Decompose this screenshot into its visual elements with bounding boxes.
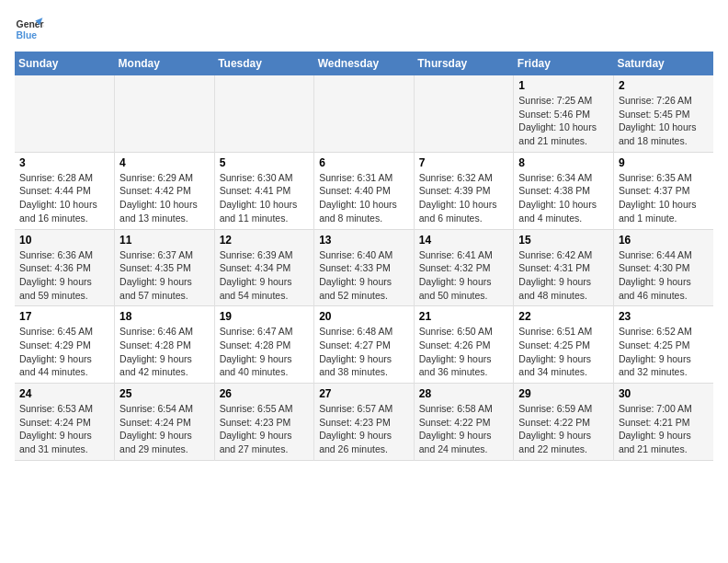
day-number: 7	[419, 156, 509, 169]
day-info: Sunrise: 6:55 AM Sunset: 4:23 PM Dayligh…	[220, 402, 310, 456]
day-number: 9	[619, 156, 709, 169]
day-number: 8	[518, 156, 609, 169]
day-info: Sunrise: 6:41 AM Sunset: 4:32 PM Dayligh…	[419, 248, 509, 303]
calendar-cell: 25Sunrise: 6:54 AM Sunset: 4:24 PM Dayli…	[115, 384, 215, 461]
day-info: Sunrise: 6:46 AM Sunset: 4:28 PM Dayligh…	[119, 325, 210, 379]
calendar-cell	[15, 75, 115, 152]
day-number: 16	[619, 234, 709, 247]
calendar-cell: 12Sunrise: 6:39 AM Sunset: 4:34 PM Dayli…	[214, 229, 314, 306]
day-info: Sunrise: 7:26 AM Sunset: 5:45 PM Dayligh…	[619, 94, 709, 148]
day-info: Sunrise: 6:40 AM Sunset: 4:33 PM Dayligh…	[319, 248, 409, 303]
calendar-cell: 23Sunrise: 6:52 AM Sunset: 4:25 PM Dayli…	[613, 306, 713, 384]
page-header: General Blue	[15, 15, 713, 44]
logo: General Blue	[15, 15, 44, 44]
day-info: Sunrise: 6:39 AM Sunset: 4:34 PM Dayligh…	[220, 248, 310, 303]
calendar-cell: 17Sunrise: 6:45 AM Sunset: 4:29 PM Dayli…	[15, 306, 115, 384]
day-info: Sunrise: 6:37 AM Sunset: 4:35 PM Dayligh…	[119, 248, 210, 303]
calendar-cell: 21Sunrise: 6:50 AM Sunset: 4:26 PM Dayli…	[414, 306, 514, 384]
calendar-cell	[414, 75, 514, 152]
day-number: 3	[19, 156, 109, 169]
day-number: 10	[19, 234, 109, 247]
day-number: 18	[119, 310, 210, 323]
day-info: Sunrise: 6:48 AM Sunset: 4:27 PM Dayligh…	[319, 325, 409, 379]
day-info: Sunrise: 6:30 AM Sunset: 4:41 PM Dayligh…	[220, 171, 310, 225]
day-info: Sunrise: 6:29 AM Sunset: 4:42 PM Dayligh…	[119, 171, 210, 225]
day-info: Sunrise: 6:31 AM Sunset: 4:40 PM Dayligh…	[319, 171, 409, 225]
calendar-cell: 4Sunrise: 6:29 AM Sunset: 4:42 PM Daylig…	[115, 152, 215, 229]
day-number: 15	[518, 234, 609, 247]
day-number: 26	[220, 387, 310, 400]
day-info: Sunrise: 6:50 AM Sunset: 4:26 PM Dayligh…	[419, 325, 509, 379]
day-info: Sunrise: 6:44 AM Sunset: 4:30 PM Dayligh…	[619, 248, 709, 303]
day-info: Sunrise: 7:25 AM Sunset: 5:46 PM Dayligh…	[518, 94, 609, 148]
day-number: 30	[619, 387, 709, 400]
calendar-cell: 8Sunrise: 6:34 AM Sunset: 4:38 PM Daylig…	[514, 152, 614, 229]
day-number: 19	[220, 310, 310, 323]
svg-text:Blue: Blue	[17, 30, 38, 40]
calendar-cell: 18Sunrise: 6:46 AM Sunset: 4:28 PM Dayli…	[115, 306, 215, 384]
day-info: Sunrise: 6:58 AM Sunset: 4:22 PM Dayligh…	[419, 402, 509, 456]
calendar-cell: 13Sunrise: 6:40 AM Sunset: 4:33 PM Dayli…	[314, 229, 415, 306]
weekday-header: Sunday	[15, 52, 115, 75]
weekday-header: Friday	[514, 52, 614, 75]
calendar-cell: 1Sunrise: 7:25 AM Sunset: 5:46 PM Daylig…	[514, 75, 614, 152]
logo-icon: General Blue	[15, 15, 44, 44]
day-number: 17	[19, 310, 109, 323]
calendar-cell: 30Sunrise: 7:00 AM Sunset: 4:21 PM Dayli…	[613, 384, 713, 461]
calendar-week-row: 1Sunrise: 7:25 AM Sunset: 5:46 PM Daylig…	[15, 75, 713, 152]
calendar-cell: 3Sunrise: 6:28 AM Sunset: 4:44 PM Daylig…	[15, 152, 115, 229]
day-number: 5	[220, 156, 310, 169]
day-info: Sunrise: 6:59 AM Sunset: 4:22 PM Dayligh…	[518, 402, 609, 456]
weekday-header: Monday	[115, 52, 215, 75]
day-info: Sunrise: 6:34 AM Sunset: 4:38 PM Dayligh…	[518, 171, 609, 225]
day-number: 12	[220, 234, 310, 247]
calendar-table: SundayMondayTuesdayWednesdayThursdayFrid…	[15, 52, 713, 461]
calendar-week-row: 3Sunrise: 6:28 AM Sunset: 4:44 PM Daylig…	[15, 152, 713, 229]
calendar-cell: 22Sunrise: 6:51 AM Sunset: 4:25 PM Dayli…	[514, 306, 614, 384]
calendar-cell: 28Sunrise: 6:58 AM Sunset: 4:22 PM Dayli…	[414, 384, 514, 461]
weekday-header: Wednesday	[314, 52, 415, 75]
day-number: 4	[119, 156, 210, 169]
day-number: 22	[518, 310, 609, 323]
calendar-cell: 2Sunrise: 7:26 AM Sunset: 5:45 PM Daylig…	[613, 75, 713, 152]
calendar-cell	[314, 75, 415, 152]
weekday-header: Tuesday	[214, 52, 314, 75]
calendar-cell: 29Sunrise: 6:59 AM Sunset: 4:22 PM Dayli…	[514, 384, 614, 461]
day-number: 14	[419, 234, 509, 247]
day-info: Sunrise: 6:57 AM Sunset: 4:23 PM Dayligh…	[319, 402, 409, 456]
day-number: 11	[119, 234, 210, 247]
calendar-week-row: 10Sunrise: 6:36 AM Sunset: 4:36 PM Dayli…	[15, 229, 713, 306]
day-number: 27	[319, 387, 409, 400]
day-info: Sunrise: 6:47 AM Sunset: 4:28 PM Dayligh…	[220, 325, 310, 379]
day-number: 6	[319, 156, 409, 169]
day-number: 28	[419, 387, 509, 400]
calendar-cell: 27Sunrise: 6:57 AM Sunset: 4:23 PM Dayli…	[314, 384, 415, 461]
calendar-cell: 16Sunrise: 6:44 AM Sunset: 4:30 PM Dayli…	[613, 229, 713, 306]
calendar-cell: 5Sunrise: 6:30 AM Sunset: 4:41 PM Daylig…	[214, 152, 314, 229]
day-number: 23	[619, 310, 709, 323]
day-number: 25	[119, 387, 210, 400]
day-info: Sunrise: 6:52 AM Sunset: 4:25 PM Dayligh…	[619, 325, 709, 379]
day-info: Sunrise: 6:36 AM Sunset: 4:36 PM Dayligh…	[19, 248, 109, 303]
calendar-cell: 26Sunrise: 6:55 AM Sunset: 4:23 PM Dayli…	[214, 384, 314, 461]
day-number: 24	[19, 387, 109, 400]
day-info: Sunrise: 6:51 AM Sunset: 4:25 PM Dayligh…	[518, 325, 609, 379]
day-number: 13	[319, 234, 409, 247]
day-number: 2	[619, 79, 709, 92]
calendar-cell: 6Sunrise: 6:31 AM Sunset: 4:40 PM Daylig…	[314, 152, 415, 229]
weekday-header: Thursday	[414, 52, 514, 75]
calendar-cell	[214, 75, 314, 152]
day-info: Sunrise: 6:42 AM Sunset: 4:31 PM Dayligh…	[518, 248, 609, 303]
day-info: Sunrise: 6:28 AM Sunset: 4:44 PM Dayligh…	[19, 171, 109, 225]
calendar-cell: 15Sunrise: 6:42 AM Sunset: 4:31 PM Dayli…	[514, 229, 614, 306]
day-info: Sunrise: 6:32 AM Sunset: 4:39 PM Dayligh…	[419, 171, 509, 225]
day-info: Sunrise: 7:00 AM Sunset: 4:21 PM Dayligh…	[619, 402, 709, 456]
calendar-cell: 10Sunrise: 6:36 AM Sunset: 4:36 PM Dayli…	[15, 229, 115, 306]
day-number: 20	[319, 310, 409, 323]
day-info: Sunrise: 6:35 AM Sunset: 4:37 PM Dayligh…	[619, 171, 709, 225]
weekday-header: Saturday	[613, 52, 713, 75]
calendar-week-row: 17Sunrise: 6:45 AM Sunset: 4:29 PM Dayli…	[15, 306, 713, 384]
calendar-week-row: 24Sunrise: 6:53 AM Sunset: 4:24 PM Dayli…	[15, 384, 713, 461]
calendar-cell: 11Sunrise: 6:37 AM Sunset: 4:35 PM Dayli…	[115, 229, 215, 306]
day-info: Sunrise: 6:54 AM Sunset: 4:24 PM Dayligh…	[119, 402, 210, 456]
